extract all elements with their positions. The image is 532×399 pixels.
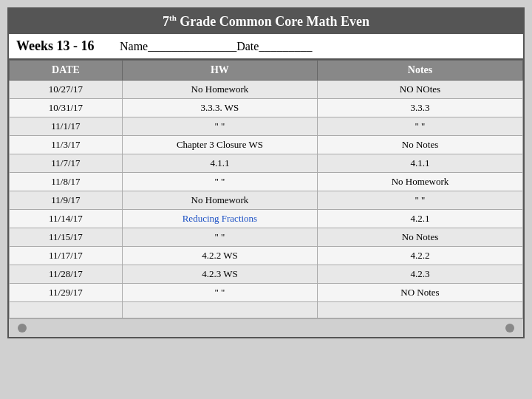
- cell-notes: No Notes: [317, 136, 522, 154]
- table-row: 11/3/17Chapter 3 Closure WSNo Notes: [10, 136, 523, 154]
- title-text: Grade Common Core Math Even: [177, 14, 369, 29]
- col-header-notes: Notes: [317, 61, 522, 81]
- cell-date: 11/17/17: [10, 247, 123, 265]
- table-row: 11/28/174.2.3 WS4.2.3: [10, 265, 523, 284]
- cell-date: 11/9/17: [10, 191, 123, 210]
- circle-left-icon: [18, 324, 27, 332]
- table-row: 11/9/17No Homework" ": [10, 191, 523, 210]
- title-bar: 7th Grade Common Core Math Even: [9, 9, 523, 34]
- cell-hw: Reducing Fractions: [122, 210, 317, 228]
- cell-notes: 4.2.2: [317, 247, 522, 265]
- footer: [9, 318, 523, 337]
- hw-link[interactable]: Reducing Fractions: [183, 213, 257, 224]
- cell-date: 11/28/17: [10, 265, 123, 284]
- cell-notes: 4.1.1: [317, 154, 522, 173]
- grade-number: 7th: [163, 14, 177, 29]
- cell-hw: No Homework: [122, 81, 317, 99]
- cell-hw: 4.2.3 WS: [122, 265, 317, 284]
- circle-right-icon: [505, 324, 514, 332]
- table-row: 11/7/174.1.14.1.1: [10, 154, 523, 173]
- cell-hw: 3.3.3. WS: [122, 99, 317, 117]
- cell-date: 11/3/17: [10, 136, 123, 154]
- empty-row: [10, 302, 523, 318]
- cell-hw: Chapter 3 Closure WS: [122, 136, 317, 154]
- cell-hw: " ": [122, 173, 317, 191]
- cell-hw: " ": [122, 117, 317, 136]
- cell-notes: " ": [317, 191, 522, 210]
- table-row: 11/8/17" "No Homework: [10, 173, 523, 191]
- cell-date: 11/14/17: [10, 210, 123, 228]
- cell-hw: " ": [122, 284, 317, 302]
- cell-date: 11/15/17: [10, 228, 123, 247]
- name-date-field: Name_______________Date_________: [120, 40, 516, 53]
- col-header-date: DATE: [10, 61, 123, 81]
- main-table: DATE HW Notes 10/27/17No HomeworkNO NOte…: [9, 60, 523, 318]
- cell-notes: 3.3.3: [317, 99, 522, 117]
- col-header-hw: HW: [122, 61, 317, 81]
- cell-notes: No Notes: [317, 228, 522, 247]
- weeks-label: Weeks 13 - 16: [16, 38, 120, 54]
- cell-notes: NO NOtes: [317, 81, 522, 99]
- cell-date: 11/29/17: [10, 284, 123, 302]
- cell-hw: 4.2.2 WS: [122, 247, 317, 265]
- cell-date: 11/7/17: [10, 154, 123, 173]
- table-row: 11/15/17" "No Notes: [10, 228, 523, 247]
- cell-notes: " ": [317, 117, 522, 136]
- table-row: 10/27/17No HomeworkNO NOtes: [10, 81, 523, 99]
- table-row: 11/17/174.2.2 WS4.2.2: [10, 247, 523, 265]
- cell-date: 10/31/17: [10, 99, 123, 117]
- main-container: 7th Grade Common Core Math Even Weeks 13…: [7, 7, 525, 338]
- cell-date: 11/8/17: [10, 173, 123, 191]
- table-row: 11/14/17Reducing Fractions4.2.1: [10, 210, 523, 228]
- cell-date: 10/27/17: [10, 81, 123, 99]
- cell-hw: 4.1.1: [122, 154, 317, 173]
- cell-notes: 4.2.3: [317, 265, 522, 284]
- table-row: 11/29/17" "NO Notes: [10, 284, 523, 302]
- table-row: 11/1/17" "" ": [10, 117, 523, 136]
- header-row: Weeks 13 - 16 Name_______________Date___…: [9, 34, 523, 60]
- cell-hw: " ": [122, 228, 317, 247]
- cell-notes: NO Notes: [317, 284, 522, 302]
- cell-notes: 4.2.1: [317, 210, 522, 228]
- cell-hw: No Homework: [122, 191, 317, 210]
- cell-date: 11/1/17: [10, 117, 123, 136]
- table-row: 10/31/173.3.3. WS3.3.3: [10, 99, 523, 117]
- cell-notes: No Homework: [317, 173, 522, 191]
